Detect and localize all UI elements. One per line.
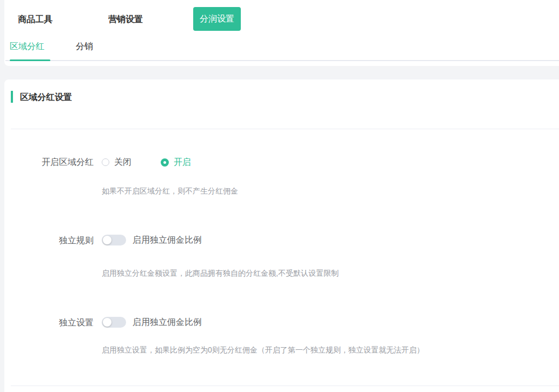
enable-region-dividend-radio-group: 关闭 开启 — [102, 156, 191, 168]
tab-marketing-settings[interactable]: 营销设置 — [108, 14, 143, 25]
independent-rule-toggle[interactable] — [102, 235, 126, 245]
tab-profit-settings[interactable]: 分润设置 — [193, 7, 241, 31]
independent-rule-label: 独立规则 — [4, 235, 94, 247]
panel-title: 区域分红设置 — [20, 92, 72, 103]
radio-helper-text: 如果不开启区域分红，则不产生分红佣金 — [102, 186, 238, 196]
independent-setting-switch-label: 启用独立佣金比例 — [133, 317, 202, 328]
title-accent-bar — [11, 91, 13, 103]
independent-setting-helper-text: 启用独立设置，如果比例为空为0则无分红佣金（开启了第一个独立规则，独立设置就无法… — [102, 345, 424, 355]
independent-rule-row: 启用独立佣金比例 — [102, 234, 202, 246]
independent-rule-helper-text: 启用独立分红金额设置，此商品拥有独自的分红金额,不受默认设置限制 — [102, 268, 339, 278]
subtab-region-dividend[interactable]: 区域分红 — [10, 41, 44, 52]
tabs-card: 商品工具 营销设置 分润设置 区域分红 分销 — [4, 0, 559, 66]
independent-setting-toggle[interactable] — [102, 317, 126, 328]
subtab-distribution[interactable]: 分销 — [76, 41, 93, 52]
tab-product-tools[interactable]: 商品工具 — [18, 14, 52, 25]
active-subtab-indicator — [10, 59, 50, 61]
radio-on-icon[interactable] — [161, 158, 169, 167]
region-dividend-panel: 区域分红设置 开启区域分红 关闭 开启 如果不开启区域分红，则不产生分红佣金 独… — [4, 79, 559, 392]
independent-setting-row: 启用独立佣金比例 — [102, 316, 202, 328]
radio-off-label[interactable]: 关闭 — [114, 157, 131, 168]
divider — [11, 129, 559, 129]
divider — [11, 386, 559, 386]
enable-region-dividend-label: 开启区域分红 — [4, 156, 94, 168]
subtab-track — [5, 60, 559, 61]
radio-off-icon[interactable] — [102, 158, 109, 166]
independent-setting-label: 独立设置 — [4, 317, 94, 329]
independent-rule-switch-label: 启用独立佣金比例 — [133, 235, 202, 246]
settings-screen: 商品工具 营销设置 分润设置 区域分红 分销 区域分红设置 开启区域分红 关闭 … — [0, 0, 559, 392]
radio-on-label[interactable]: 开启 — [174, 157, 191, 168]
